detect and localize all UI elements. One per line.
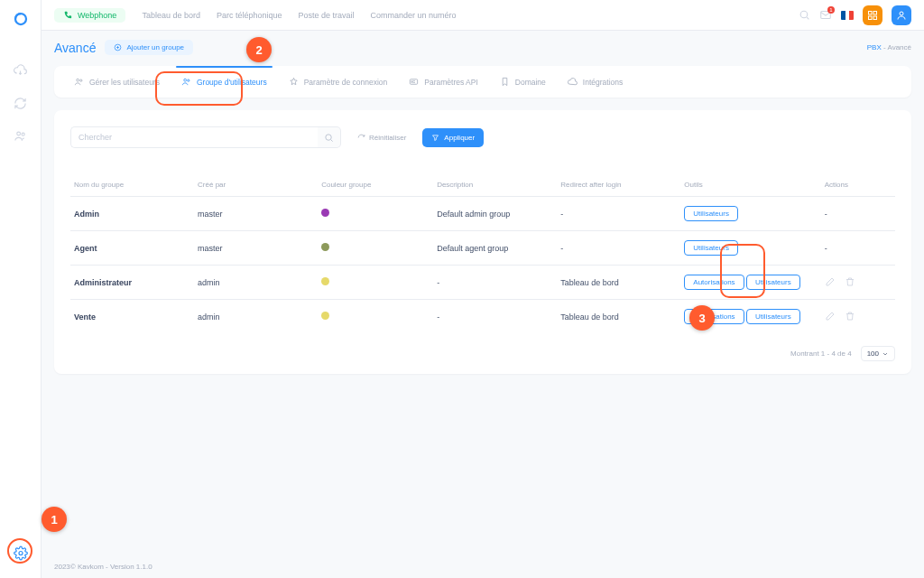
add-group-button[interactable]: Ajouter un groupe xyxy=(105,40,193,55)
table-footer: Montrant 1 - 4 de 4 100 xyxy=(70,346,895,361)
account-button[interactable] xyxy=(892,5,911,25)
cell-redirect: - xyxy=(557,197,680,231)
highlight-box-3 xyxy=(720,244,765,298)
cell-created-by: admin xyxy=(194,300,318,334)
search-icon[interactable] xyxy=(798,9,810,22)
star-icon xyxy=(289,77,299,87)
cell-color xyxy=(318,197,433,231)
users-icon[interactable] xyxy=(14,128,28,143)
cell-actions xyxy=(821,266,895,300)
users-icon xyxy=(74,77,84,87)
trash-icon[interactable] xyxy=(845,276,855,287)
table-row: Administrateuradmin-Tableau de bordAutor… xyxy=(70,266,895,300)
svg-rect-6 xyxy=(869,11,873,14)
cell-name: Admin xyxy=(70,197,194,231)
filter-icon xyxy=(431,134,439,142)
svg-point-1 xyxy=(17,132,21,135)
table-toolbar: Réinitialiser Appliquer xyxy=(70,126,895,148)
apply-button[interactable]: Appliquer xyxy=(422,128,484,147)
cell-color xyxy=(318,300,433,334)
svg-rect-16 xyxy=(411,79,418,85)
tab-3[interactable]: Paramètres API xyxy=(398,66,489,98)
col-tools: Outils xyxy=(680,173,820,197)
cell-actions: - xyxy=(821,231,895,266)
groups-table: Nom du groupe Créé par Couleur groupe De… xyxy=(70,173,895,333)
page-size-select[interactable]: 100 xyxy=(861,346,895,361)
highlight-circle-1 xyxy=(7,538,32,564)
cell-desc: Default agent group xyxy=(433,231,557,266)
left-rail xyxy=(0,0,42,578)
cell-created-by: admin xyxy=(194,266,318,300)
highlight-box-2 xyxy=(155,71,243,106)
marker-1: 1 xyxy=(42,507,67,532)
nav-pbx-park[interactable]: Parc téléphonique xyxy=(217,11,282,20)
search-input[interactable] xyxy=(70,126,318,148)
edit-icon[interactable] xyxy=(825,311,836,322)
svg-rect-9 xyxy=(873,16,877,20)
table-row: AdminmasterDefault admin group-Utilisate… xyxy=(70,197,895,231)
col-name: Nom du groupe xyxy=(70,173,194,197)
plus-circle-icon xyxy=(114,43,122,51)
tab-4[interactable]: Domaine xyxy=(489,66,557,98)
top-nav: Webphone Tableau de bord Parc téléphoniq… xyxy=(42,0,924,31)
marker-3: 3 xyxy=(689,305,715,331)
svg-point-10 xyxy=(900,12,903,15)
breadcrumb-root[interactable]: PBX xyxy=(867,43,882,51)
refresh-icon xyxy=(357,134,365,142)
svg-rect-8 xyxy=(869,16,873,20)
page-header: Avancé Ajouter un groupe PBX - Avancé xyxy=(54,40,911,55)
copyright: 2023© Kavkom - Version 1.1.0 xyxy=(54,563,152,571)
cell-redirect: Tableau de bord xyxy=(557,300,680,334)
cell-name: Vente xyxy=(70,300,194,334)
breadcrumb: PBX - Avancé xyxy=(867,43,911,51)
showing-text: Montrant 1 - 4 de 4 xyxy=(790,350,852,358)
table-row: Venteadmin-Tableau de bordAutorisations … xyxy=(70,300,895,334)
cell-name: Administrateur xyxy=(70,266,194,300)
add-group-label: Ajouter un groupe xyxy=(126,43,184,51)
cell-redirect: Tableau de bord xyxy=(557,266,680,300)
flag-fr-icon[interactable] xyxy=(841,11,854,20)
search-submit[interactable] xyxy=(318,126,341,148)
brand-logo xyxy=(13,11,29,27)
notif-badge: 1 xyxy=(827,6,835,14)
cell-color xyxy=(318,231,433,266)
marker-2: 2 xyxy=(246,37,272,62)
breadcrumb-current: Avancé xyxy=(887,43,911,51)
svg-point-2 xyxy=(22,133,24,135)
tool-pill[interactable]: Utilisateurs xyxy=(684,206,738,221)
webphone-chip[interactable]: Webphone xyxy=(54,8,125,23)
cell-desc: - xyxy=(433,266,557,300)
cell-actions xyxy=(821,300,895,334)
cell-name: Agent xyxy=(70,231,194,266)
cell-created-by: master xyxy=(194,197,318,231)
cell-desc: Default admin group xyxy=(433,197,557,231)
nav-workspace[interactable]: Poste de travail xyxy=(299,11,355,20)
tab-5[interactable]: Intégrations xyxy=(557,66,633,98)
cell-desc: - xyxy=(433,300,557,334)
nav-order-num[interactable]: Commander un numéro xyxy=(371,11,457,20)
svg-point-4 xyxy=(800,11,808,18)
refresh-icon[interactable] xyxy=(14,96,28,110)
cell-redirect: - xyxy=(557,231,680,266)
col-color: Couleur groupe xyxy=(318,173,433,197)
widgets-button[interactable] xyxy=(863,5,882,25)
nav-dashboard[interactable]: Tableau de bord xyxy=(142,11,200,20)
svg-point-13 xyxy=(80,79,82,81)
tool-pill[interactable]: Utilisateurs xyxy=(746,309,800,324)
edit-icon[interactable] xyxy=(825,276,836,287)
mail-icon[interactable]: 1 xyxy=(819,9,832,22)
phone-icon xyxy=(63,11,72,20)
webphone-label: Webphone xyxy=(78,11,116,20)
search-box xyxy=(70,126,341,148)
trash-icon[interactable] xyxy=(845,311,855,322)
table-row: AgentmasterDefault agent group-Utilisate… xyxy=(70,231,895,266)
tab-2[interactable]: Paramètre de connexion xyxy=(278,66,399,98)
svg-point-12 xyxy=(77,79,79,81)
content-card: Réinitialiser Appliquer Nom du groupe Cr… xyxy=(54,110,911,374)
cloud-download-icon[interactable] xyxy=(14,63,28,78)
svg-point-17 xyxy=(326,134,331,139)
reset-button[interactable]: Réinitialiser xyxy=(352,133,411,143)
cell-color xyxy=(318,266,433,300)
cell-tools: Utilisateurs xyxy=(680,197,820,231)
col-redirect: Redirect after login xyxy=(557,173,680,197)
